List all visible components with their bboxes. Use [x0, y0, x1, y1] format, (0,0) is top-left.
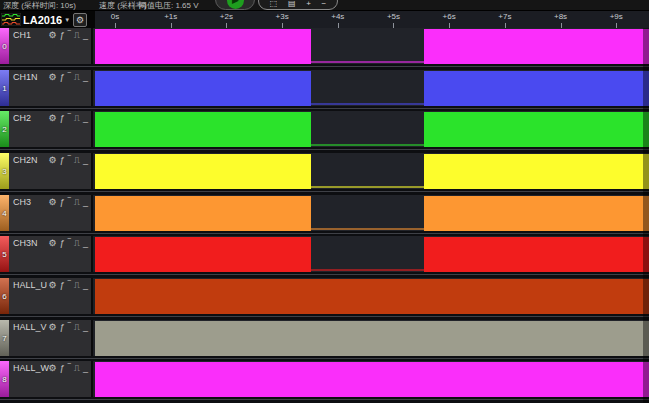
channel-panel[interactable]: 2CH2⚙ƒ‾⎍_ — [0, 111, 93, 147]
gear-icon[interactable]: ⚙ — [49, 322, 57, 332]
low-level-trigger-icon[interactable]: _ — [83, 72, 88, 82]
edge-trigger-icon[interactable]: ƒ — [60, 155, 65, 165]
channel-name-label: CH1N — [13, 72, 38, 82]
waveform-high-segment — [95, 154, 311, 189]
waveform-area[interactable] — [95, 195, 649, 231]
edge-trigger-icon[interactable]: ƒ — [60, 238, 65, 248]
high-level-trigger-icon[interactable]: ‾ — [68, 72, 71, 82]
gear-icon[interactable]: ⚙ — [49, 238, 57, 248]
gear-icon[interactable]: ⚙ — [49, 197, 57, 207]
high-level-trigger-icon[interactable]: ‾ — [68, 155, 71, 165]
pulse-trigger-icon[interactable]: ⎍ — [74, 238, 80, 248]
high-level-trigger-icon[interactable]: ‾ — [68, 363, 71, 373]
pulse-trigger-icon[interactable]: ⎍ — [74, 30, 80, 40]
channel-color-strip: 3 — [0, 153, 9, 189]
pulse-trigger-icon[interactable]: ⎍ — [74, 322, 80, 332]
pulse-trigger-icon[interactable]: ⎍ — [74, 197, 80, 207]
top-toolbar: 深度 (采样时间: 10s) 速度 (采样率) 阈值电压: 1.65 V ▶ ⬚… — [0, 0, 649, 11]
waveform-area[interactable] — [95, 361, 649, 397]
edge-trigger-icon[interactable]: ƒ — [60, 30, 65, 40]
channel-panel[interactable]: 3CH2N⚙ƒ‾⎍_ — [0, 153, 93, 189]
channel-number: 8 — [0, 375, 9, 384]
low-level-trigger-icon[interactable]: _ — [83, 30, 88, 40]
channel-panel[interactable]: 0CH1⚙ƒ‾⎍_ — [0, 28, 93, 64]
app-logo-waveform-icon — [1, 13, 21, 26]
low-level-trigger-icon[interactable]: _ — [83, 113, 88, 123]
channel-panel[interactable]: 6HALL_U⚙ƒ‾⎍_ — [0, 278, 93, 314]
gear-icon[interactable]: ⚙ — [49, 72, 57, 82]
channel-trigger-controls: ⚙ƒ‾⎍_ — [49, 113, 88, 123]
export-image-icon[interactable]: ▤ — [288, 0, 296, 9]
gear-icon[interactable]: ⚙ — [49, 363, 57, 373]
channel-trigger-controls: ⚙ƒ‾⎍_ — [49, 363, 88, 373]
waveform-high-segment — [424, 112, 649, 147]
device-selector[interactable]: LA2016 ▼ ⚙ — [0, 11, 95, 28]
high-level-trigger-icon[interactable]: ‾ — [68, 322, 71, 332]
channel-row-ch3n: 5CH3N⚙ƒ‾⎍_ — [0, 236, 649, 278]
channel-row-ch2n: 3CH2N⚙ƒ‾⎍_ — [0, 153, 649, 195]
channel-panel[interactable]: 8HALL_W⚙ƒ‾⎍_ — [0, 361, 93, 397]
device-dropdown-caret-icon[interactable]: ▼ — [64, 17, 70, 23]
low-level-trigger-icon[interactable]: _ — [83, 363, 88, 373]
zoom-in-icon[interactable]: + — [306, 0, 311, 9]
waveform-high-segment — [95, 237, 311, 272]
waveform-area[interactable] — [95, 278, 649, 314]
low-level-trigger-icon[interactable]: _ — [83, 155, 88, 165]
channel-panel[interactable]: 7HALL_V⚙ƒ‾⎍_ — [0, 320, 93, 356]
high-level-trigger-icon[interactable]: ‾ — [68, 113, 71, 123]
channel-row-hall_v: 7HALL_V⚙ƒ‾⎍_ — [0, 320, 649, 362]
channel-trigger-controls: ⚙ƒ‾⎍_ — [49, 72, 88, 82]
pulse-trigger-icon[interactable]: ⎍ — [74, 72, 80, 82]
time-ruler[interactable]: 0s+1s+2s+3s+4s+5s+6s+7s+8s+9s — [95, 11, 649, 28]
device-name: LA2016 — [23, 14, 62, 26]
start-capture-button[interactable]: ▶ — [215, 0, 255, 10]
channel-name-label: HALL_V — [13, 322, 47, 332]
high-level-trigger-icon[interactable]: ‾ — [68, 197, 71, 207]
low-level-trigger-icon[interactable]: _ — [83, 322, 88, 332]
high-level-trigger-icon[interactable]: ‾ — [68, 280, 71, 290]
channel-panel[interactable]: 4CH3⚙ƒ‾⎍_ — [0, 195, 93, 231]
waveform-area[interactable] — [95, 70, 649, 106]
waveform-area[interactable] — [95, 320, 649, 356]
channel-panel[interactable]: 5CH3N⚙ƒ‾⎍_ — [0, 236, 93, 272]
low-level-trigger-icon[interactable]: _ — [83, 197, 88, 207]
waveform-area[interactable] — [95, 153, 649, 189]
low-level-trigger-icon[interactable]: _ — [83, 280, 88, 290]
channel-trigger-controls: ⚙ƒ‾⎍_ — [49, 155, 88, 165]
high-level-trigger-icon[interactable]: ‾ — [68, 238, 71, 248]
pulse-trigger-icon[interactable]: ⎍ — [74, 280, 80, 290]
edge-trigger-icon[interactable]: ƒ — [60, 280, 65, 290]
selection-box-icon[interactable]: ⬚ — [270, 0, 278, 9]
channel-color-strip: 5 — [0, 236, 9, 272]
channel-panel[interactable]: 1CH1N⚙ƒ‾⎍_ — [0, 70, 93, 106]
zoom-out-icon[interactable]: − — [322, 0, 327, 9]
pulse-trigger-icon[interactable]: ⎍ — [74, 155, 80, 165]
device-settings-gear-icon[interactable]: ⚙ — [73, 13, 87, 27]
waveform-high-segment — [424, 196, 649, 231]
edge-trigger-icon[interactable]: ƒ — [60, 363, 65, 373]
gear-icon[interactable]: ⚙ — [49, 155, 57, 165]
edge-trigger-icon[interactable]: ƒ — [60, 197, 65, 207]
gear-icon[interactable]: ⚙ — [49, 280, 57, 290]
pulse-trigger-icon[interactable]: ⎍ — [74, 113, 80, 123]
waveform-area[interactable] — [95, 111, 649, 147]
gear-icon[interactable]: ⚙ — [49, 30, 57, 40]
gear-icon[interactable]: ⚙ — [49, 113, 57, 123]
low-level-trigger-icon[interactable]: _ — [83, 238, 88, 248]
channel-trigger-controls: ⚙ƒ‾⎍_ — [49, 238, 88, 248]
edge-trigger-icon[interactable]: ƒ — [60, 322, 65, 332]
pulse-trigger-icon[interactable]: ⎍ — [74, 363, 80, 373]
channel-name-label: CH1 — [13, 30, 31, 40]
edge-trigger-icon[interactable]: ƒ — [60, 113, 65, 123]
waveform-area[interactable] — [95, 236, 649, 272]
high-level-trigger-icon[interactable]: ‾ — [68, 30, 71, 40]
channel-number: 4 — [0, 208, 9, 217]
waveform-high-segment — [95, 279, 649, 314]
channel-number: 2 — [0, 125, 9, 134]
waveform-high-segment — [95, 362, 649, 397]
waveform-high-segment — [424, 71, 649, 106]
channel-name-label: CH2 — [13, 113, 31, 123]
edge-trigger-icon[interactable]: ƒ — [60, 72, 65, 82]
waveform-area[interactable] — [95, 28, 649, 64]
channel-trigger-controls: ⚙ƒ‾⎍_ — [49, 197, 88, 207]
